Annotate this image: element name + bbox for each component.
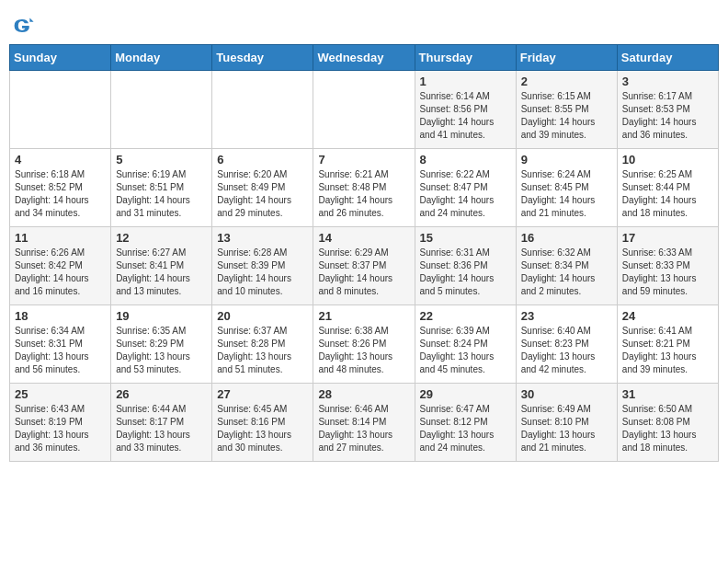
day-info: Sunrise: 6:40 AM Sunset: 8:23 PM Dayligh…	[521, 325, 612, 376]
day-number: 29	[420, 387, 511, 401]
calendar-cell	[111, 71, 212, 149]
day-number: 12	[116, 231, 207, 245]
calendar-cell: 14Sunrise: 6:29 AM Sunset: 8:37 PM Dayli…	[313, 227, 415, 305]
logo	[9, 13, 39, 39]
day-info: Sunrise: 6:18 AM Sunset: 8:52 PM Dayligh…	[15, 168, 106, 220]
day-number: 11	[15, 231, 106, 245]
day-number: 24	[622, 309, 713, 323]
day-number: 19	[116, 309, 207, 323]
day-number: 30	[521, 387, 612, 401]
calendar-week-row: 11Sunrise: 6:26 AM Sunset: 8:42 PM Dayli…	[10, 227, 719, 305]
calendar-cell: 20Sunrise: 6:37 AM Sunset: 8:28 PM Dayli…	[212, 305, 313, 384]
day-number: 28	[318, 387, 409, 401]
calendar-cell: 26Sunrise: 6:44 AM Sunset: 8:17 PM Dayli…	[111, 384, 212, 462]
calendar-cell: 10Sunrise: 6:25 AM Sunset: 8:44 PM Dayli…	[617, 149, 718, 227]
calendar-cell: 15Sunrise: 6:31 AM Sunset: 8:36 PM Dayli…	[415, 227, 516, 305]
day-number: 23	[521, 309, 612, 323]
calendar-cell: 17Sunrise: 6:33 AM Sunset: 8:33 PM Dayli…	[617, 227, 718, 305]
calendar-table: SundayMondayTuesdayWednesdayThursdayFrid…	[9, 44, 719, 462]
day-of-week-header: Wednesday	[313, 45, 415, 71]
calendar-cell: 19Sunrise: 6:35 AM Sunset: 8:29 PM Dayli…	[111, 305, 212, 384]
day-info: Sunrise: 6:49 AM Sunset: 8:10 PM Dayligh…	[521, 403, 612, 454]
calendar-cell: 29Sunrise: 6:47 AM Sunset: 8:12 PM Dayli…	[415, 384, 516, 462]
day-info: Sunrise: 6:29 AM Sunset: 8:37 PM Dayligh…	[318, 247, 409, 298]
calendar-cell: 2Sunrise: 6:15 AM Sunset: 8:55 PM Daylig…	[516, 71, 617, 149]
calendar-week-row: 4Sunrise: 6:18 AM Sunset: 8:52 PM Daylig…	[10, 149, 719, 227]
day-number: 4	[15, 153, 106, 167]
day-info: Sunrise: 6:25 AM Sunset: 8:44 PM Dayligh…	[622, 168, 713, 220]
day-of-week-header: Thursday	[415, 45, 516, 71]
day-number: 17	[622, 231, 713, 245]
day-number: 26	[116, 387, 207, 401]
day-info: Sunrise: 6:41 AM Sunset: 8:21 PM Dayligh…	[622, 325, 713, 376]
day-info: Sunrise: 6:44 AM Sunset: 8:17 PM Dayligh…	[116, 403, 207, 454]
day-number: 7	[318, 153, 409, 167]
day-number: 1	[420, 75, 511, 88]
calendar-cell	[212, 71, 313, 149]
day-number: 22	[420, 309, 511, 323]
day-number: 31	[622, 387, 713, 401]
day-info: Sunrise: 6:38 AM Sunset: 8:26 PM Dayligh…	[318, 325, 409, 376]
calendar-cell: 27Sunrise: 6:45 AM Sunset: 8:16 PM Dayli…	[212, 384, 313, 462]
day-info: Sunrise: 6:19 AM Sunset: 8:51 PM Dayligh…	[116, 168, 207, 220]
day-number: 8	[420, 153, 511, 167]
calendar-cell: 11Sunrise: 6:26 AM Sunset: 8:42 PM Dayli…	[10, 227, 111, 305]
calendar-cell	[313, 71, 415, 149]
calendar-cell: 9Sunrise: 6:24 AM Sunset: 8:45 PM Daylig…	[516, 149, 617, 227]
day-info: Sunrise: 6:28 AM Sunset: 8:39 PM Dayligh…	[217, 247, 308, 298]
day-info: Sunrise: 6:50 AM Sunset: 8:08 PM Dayligh…	[622, 403, 713, 454]
calendar-cell: 25Sunrise: 6:43 AM Sunset: 8:19 PM Dayli…	[10, 384, 111, 462]
day-number: 14	[318, 231, 409, 245]
calendar-cell: 12Sunrise: 6:27 AM Sunset: 8:41 PM Dayli…	[111, 227, 212, 305]
calendar-cell: 28Sunrise: 6:46 AM Sunset: 8:14 PM Dayli…	[313, 384, 415, 462]
day-number: 13	[217, 231, 308, 245]
day-of-week-header: Saturday	[617, 45, 718, 71]
day-number: 16	[521, 231, 612, 245]
day-number: 25	[15, 387, 106, 401]
calendar-week-row: 1Sunrise: 6:14 AM Sunset: 8:56 PM Daylig…	[10, 71, 719, 149]
day-info: Sunrise: 6:14 AM Sunset: 8:56 PM Dayligh…	[420, 90, 511, 142]
calendar-cell: 13Sunrise: 6:28 AM Sunset: 8:39 PM Dayli…	[212, 227, 313, 305]
calendar-cell: 16Sunrise: 6:32 AM Sunset: 8:34 PM Dayli…	[516, 227, 617, 305]
calendar-cell: 24Sunrise: 6:41 AM Sunset: 8:21 PM Dayli…	[617, 305, 718, 384]
day-info: Sunrise: 6:21 AM Sunset: 8:48 PM Dayligh…	[318, 168, 409, 220]
day-of-week-header: Sunday	[10, 45, 111, 71]
calendar-cell: 6Sunrise: 6:20 AM Sunset: 8:49 PM Daylig…	[212, 149, 313, 227]
day-info: Sunrise: 6:34 AM Sunset: 8:31 PM Dayligh…	[15, 325, 106, 376]
day-info: Sunrise: 6:15 AM Sunset: 8:55 PM Dayligh…	[521, 90, 612, 142]
day-header-row: SundayMondayTuesdayWednesdayThursdayFrid…	[10, 45, 719, 71]
calendar-week-row: 25Sunrise: 6:43 AM Sunset: 8:19 PM Dayli…	[10, 384, 719, 462]
day-number: 18	[15, 309, 106, 323]
day-number: 2	[521, 75, 612, 88]
day-info: Sunrise: 6:45 AM Sunset: 8:16 PM Dayligh…	[217, 403, 308, 454]
day-number: 27	[217, 387, 308, 401]
day-info: Sunrise: 6:20 AM Sunset: 8:49 PM Dayligh…	[217, 168, 308, 220]
day-info: Sunrise: 6:39 AM Sunset: 8:24 PM Dayligh…	[420, 325, 511, 376]
day-info: Sunrise: 6:46 AM Sunset: 8:14 PM Dayligh…	[318, 403, 409, 454]
day-info: Sunrise: 6:37 AM Sunset: 8:28 PM Dayligh…	[217, 325, 308, 376]
calendar-cell: 3Sunrise: 6:17 AM Sunset: 8:53 PM Daylig…	[617, 71, 718, 149]
calendar-cell: 4Sunrise: 6:18 AM Sunset: 8:52 PM Daylig…	[10, 149, 111, 227]
day-number: 9	[521, 153, 612, 167]
calendar-cell: 7Sunrise: 6:21 AM Sunset: 8:48 PM Daylig…	[313, 149, 415, 227]
calendar-cell: 23Sunrise: 6:40 AM Sunset: 8:23 PM Dayli…	[516, 305, 617, 384]
day-of-week-header: Friday	[516, 45, 617, 71]
calendar-cell	[10, 71, 111, 149]
day-info: Sunrise: 6:22 AM Sunset: 8:47 PM Dayligh…	[420, 168, 511, 220]
day-info: Sunrise: 6:26 AM Sunset: 8:42 PM Dayligh…	[15, 247, 106, 298]
day-info: Sunrise: 6:33 AM Sunset: 8:33 PM Dayligh…	[622, 247, 713, 298]
calendar-week-row: 18Sunrise: 6:34 AM Sunset: 8:31 PM Dayli…	[10, 305, 719, 384]
calendar-cell: 31Sunrise: 6:50 AM Sunset: 8:08 PM Dayli…	[617, 384, 718, 462]
day-info: Sunrise: 6:24 AM Sunset: 8:45 PM Dayligh…	[521, 168, 612, 220]
day-info: Sunrise: 6:43 AM Sunset: 8:19 PM Dayligh…	[15, 403, 106, 454]
day-info: Sunrise: 6:31 AM Sunset: 8:36 PM Dayligh…	[420, 247, 511, 298]
calendar-cell: 30Sunrise: 6:49 AM Sunset: 8:10 PM Dayli…	[516, 384, 617, 462]
day-number: 3	[622, 75, 713, 88]
day-info: Sunrise: 6:27 AM Sunset: 8:41 PM Dayligh…	[116, 247, 207, 298]
day-of-week-header: Monday	[111, 45, 212, 71]
calendar-cell: 18Sunrise: 6:34 AM Sunset: 8:31 PM Dayli…	[10, 305, 111, 384]
day-of-week-header: Tuesday	[212, 45, 313, 71]
calendar-cell: 1Sunrise: 6:14 AM Sunset: 8:56 PM Daylig…	[415, 71, 516, 149]
day-info: Sunrise: 6:47 AM Sunset: 8:12 PM Dayligh…	[420, 403, 511, 454]
day-number: 15	[420, 231, 511, 245]
